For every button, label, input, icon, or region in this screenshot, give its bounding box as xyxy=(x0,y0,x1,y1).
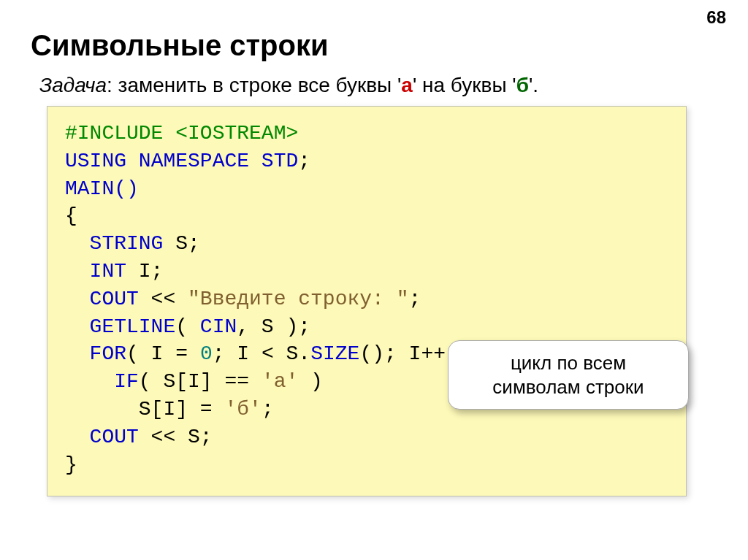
callout-line2: символам строки xyxy=(462,375,675,399)
callout-box: цикл по всем символам строки xyxy=(448,340,689,410)
page-number: 68 xyxy=(706,7,726,28)
task-text-after: '. xyxy=(529,74,538,96)
code-string-decl: STRING S; xyxy=(65,230,668,258)
code-getline: GETLINE( CIN, S ); xyxy=(65,313,668,341)
task-letter-b: б xyxy=(516,74,529,96)
task-text-before: : заменить в строке все буквы ' xyxy=(107,74,401,96)
task-letter-a: а xyxy=(401,74,413,96)
code-line-include: #INCLUDE <IOSTREAM> xyxy=(65,120,668,147)
callout-line1: цикл по всем xyxy=(462,351,675,375)
task-text-middle: ' на буквы ' xyxy=(413,74,516,96)
code-box: #INCLUDE <IOSTREAM> USING NAMESPACE STD;… xyxy=(47,106,687,496)
task-label: Задача xyxy=(39,74,107,96)
code-brace-close: } xyxy=(65,451,668,479)
slide-heading: Символьные строки xyxy=(31,29,748,62)
code-cout-s: COUT << S; xyxy=(65,423,668,451)
task-description: Задача: заменить в строке все буквы 'а' … xyxy=(39,74,748,97)
code-line-using: USING NAMESPACE STD; xyxy=(65,147,668,175)
code-int-decl: INT I; xyxy=(65,258,668,285)
code-brace-open: { xyxy=(65,202,668,230)
code-cout-prompt: COUT << "Введите строку: "; xyxy=(65,285,668,313)
code-line-main: MAIN() xyxy=(65,175,668,203)
